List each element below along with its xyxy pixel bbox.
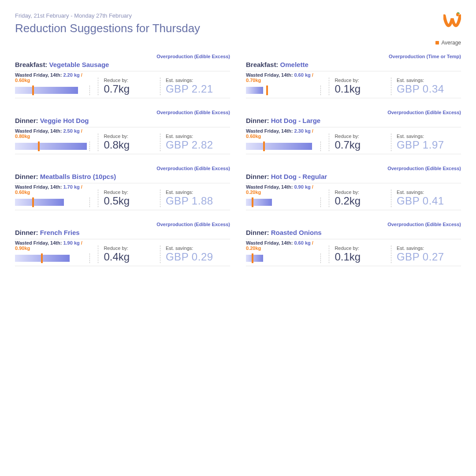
savings-value: GBP 0.27 [397,251,461,263]
card-row: Wasted Friday, 14th: 1.70 kg / 0.60kg Re… [15,184,230,210]
page-title: Reduction Suggestions for Thursday [15,22,200,35]
average-marker-icon [41,253,43,263]
wasted-kg: 0.60 kg [294,240,310,245]
card-title: Dinner: Hot Dog - Regular [246,173,461,183]
card-title: Dinner: Veggie Hot Dog [15,117,230,127]
bar-chart [15,141,90,151]
card-title: Dinner: French Fries [15,229,230,239]
waste-bar [15,199,64,206]
meal-label: Dinner: [246,229,269,236]
wasted-kg: 0.90 kg [294,184,310,190]
wasted-prefix: Wasted Friday, 14th: [15,72,62,78]
header: Friday, 21st February - Monday 27th Febr… [15,12,461,35]
reduce-label: Reduce by: [335,190,383,195]
card-row: Wasted Friday, 14th: 2.30 kg / 0.60kg Re… [246,128,461,154]
cause-label: Overproduction (Edible Excess) [246,110,461,115]
date-range: Friday, 21st February - Monday 27th Febr… [15,12,200,19]
reduce-label: Reduce by: [335,245,383,251]
bar-chart [15,86,90,95]
reduce-value: 0.7kg [104,83,152,95]
reduce-column: Reduce by: 0.7kg [329,134,383,151]
average-marker-icon [38,141,40,151]
wasted-prefix: Wasted Friday, 14th: [246,184,293,190]
savings-column: Est. savings: GBP 1.97 [391,134,461,151]
waste-text: Wasted Friday, 14th: 0.90 kg / 0.20kg [246,184,321,195]
savings-value: GBP 0.29 [166,251,230,263]
savings-value: GBP 0.34 [397,83,461,95]
waste-text: Wasted Friday, 14th: 0.60 kg / 0.20kg [246,240,321,251]
waste-text: Wasted Friday, 14th: 1.70 kg / 0.60kg [15,184,90,195]
reduce-column: Reduce by: 0.2kg [329,190,383,207]
savings-label: Est. savings: [166,190,230,195]
legend-dot-icon [435,41,439,45]
reduce-value: 0.1kg [335,251,383,263]
savings-label: Est. savings: [397,78,461,83]
suggestion-card: Overproduction (Edible Excess) Dinner: H… [246,110,461,154]
waste-column: Wasted Friday, 14th: 1.90 kg / 0.90kg [15,240,90,263]
meal-label: Dinner: [15,229,38,236]
bar-chart [246,86,321,95]
reduce-label: Reduce by: [104,134,152,139]
reduce-column: Reduce by: 0.1kg [329,245,383,263]
header-block: Friday, 21st February - Monday 27th Febr… [15,12,200,35]
legend: Average [15,40,461,46]
meal-label: Dinner: [246,117,269,124]
cards-grid: Overproduction (Edible Excess) Breakfast… [15,54,461,266]
suggestion-card: Overproduction (Time or Temp) Breakfast:… [246,54,461,98]
average-marker-icon [252,197,253,207]
reduce-column: Reduce by: 0.5kg [98,190,152,207]
suggestion-card: Overproduction (Edible Excess) Dinner: F… [15,222,230,266]
dish-name: French Fries [40,229,80,236]
savings-label: Est. savings: [166,245,230,251]
waste-bar [15,143,87,150]
waste-bar [246,255,263,262]
waste-bar [246,143,312,150]
savings-label: Est. savings: [166,78,230,83]
bar-chart [246,253,321,263]
bar-chart [246,141,321,151]
average-marker-icon [263,141,265,151]
average-marker-icon [252,253,253,263]
dish-name: Hot Dog - Regular [271,173,327,180]
savings-column: Est. savings: GBP 1.88 [160,190,230,207]
waste-bar [246,199,272,206]
cause-label: Overproduction (Edible Excess) [246,222,461,227]
dish-name: Hot Dog - Large [271,117,321,124]
card-row: Wasted Friday, 14th: 0.90 kg / 0.20kg Re… [246,184,461,210]
savings-column: Est. savings: GBP 2.82 [160,134,230,151]
savings-value: GBP 1.88 [166,195,230,207]
dish-name: Meatballs Bistro (10pcs) [40,173,116,180]
card-title: Dinner: Roasted Onions [246,229,461,239]
savings-column: Est. savings: GBP 2.21 [160,78,230,95]
reduce-value: 0.4kg [104,251,152,263]
waste-column: Wasted Friday, 14th: 2.30 kg / 0.60kg [246,128,321,151]
waste-text: Wasted Friday, 14th: 2.50 kg / 0.80kg [15,128,90,139]
reduce-label: Reduce by: [335,78,383,83]
wasted-prefix: Wasted Friday, 14th: [246,72,293,78]
wasted-prefix: Wasted Friday, 14th: [15,184,62,190]
reduce-value: 0.1kg [335,83,383,95]
waste-text: Wasted Friday, 14th: 0.60 kg / 0.70kg [246,72,321,83]
dish-name: Veggie Hot Dog [40,117,89,124]
cause-label: Overproduction (Edible Excess) [15,166,230,171]
cause-label: Overproduction (Edible Excess) [15,54,230,59]
reduce-label: Reduce by: [335,134,383,139]
card-title: Breakfast: Omelette [246,61,461,71]
card-row: Wasted Friday, 14th: 2.50 kg / 0.80kg Re… [15,128,230,154]
card-row: Wasted Friday, 14th: 0.60 kg / 0.70kg Re… [246,72,461,98]
suggestion-card: Overproduction (Edible Excess) Dinner: M… [15,166,230,210]
savings-label: Est. savings: [166,134,230,139]
wasted-kg: 1.70 kg [63,184,79,190]
wasted-kg: 2.30 kg [294,128,310,134]
savings-value: GBP 2.21 [166,83,230,95]
savings-column: Est. savings: GBP 0.27 [391,245,461,263]
waste-text: Wasted Friday, 14th: 2.30 kg / 0.60kg [246,128,321,139]
cause-label: Overproduction (Edible Excess) [15,110,230,115]
meal-label: Breakfast: [246,61,278,68]
legend-label: Average [442,40,461,46]
waste-text: Wasted Friday, 14th: 2.20 kg / 0.60kg [15,72,90,83]
savings-label: Est. savings: [397,134,461,139]
wasted-kg: 2.20 kg [63,72,79,78]
bar-chart [15,253,90,263]
cause-label: Overproduction (Edible Excess) [15,222,230,227]
